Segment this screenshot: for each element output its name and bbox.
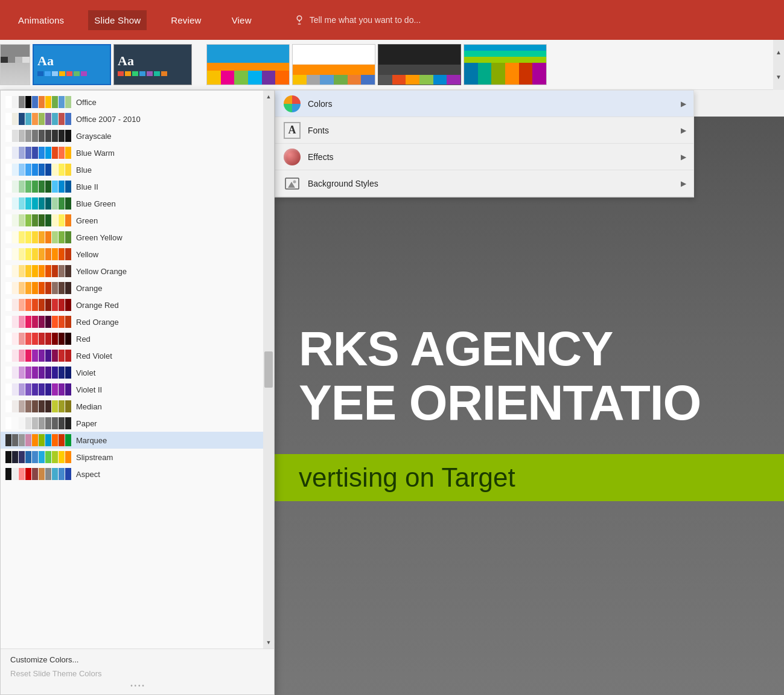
customize-colors-button[interactable]: Customize Colors... (7, 653, 268, 667)
tab-animations[interactable]: Animations (12, 10, 70, 30)
scroll-up-arrow[interactable]: ▲ (263, 91, 274, 103)
palette-item[interactable]: Violet II (1, 381, 263, 398)
swatch (32, 214, 38, 226)
swatch (39, 113, 45, 125)
palette-item[interactable]: Orange Red (1, 296, 263, 313)
theme-thumb-partial[interactable] (0, 44, 30, 85)
swatch (65, 299, 71, 311)
palette-item[interactable]: Red Orange (1, 313, 263, 330)
palette-item[interactable]: Slipstream (1, 449, 263, 466)
swatch (12, 248, 18, 260)
palette-item[interactable]: Orange (1, 280, 263, 296)
swatch (12, 231, 18, 243)
swatch (65, 265, 71, 277)
menu-colors-label: Colors (308, 99, 681, 109)
swatch (19, 214, 25, 226)
color-swatches (5, 181, 71, 193)
palette-item[interactable]: Yellow Orange (1, 263, 263, 280)
swatch (39, 130, 45, 142)
palette-item-name: Office (76, 98, 97, 107)
palette-item[interactable]: Violet (1, 364, 263, 381)
swatch (65, 282, 71, 294)
swatch (39, 451, 45, 463)
swatch (19, 113, 25, 125)
swatch (5, 468, 11, 480)
menu-item-effects[interactable]: Effects ▶ (275, 144, 693, 170)
theme-thumb-2[interactable] (292, 44, 375, 85)
swatch (52, 417, 58, 429)
swatch (32, 113, 38, 125)
scroll-thumb[interactable] (264, 351, 273, 388)
swatch (59, 367, 65, 379)
swatch (5, 181, 11, 193)
palette-item-name: Aspect (76, 470, 100, 479)
palette-item[interactable]: Red Violet (1, 347, 263, 364)
swatch (45, 400, 51, 412)
swatch (5, 383, 11, 396)
swatch (65, 197, 71, 210)
palette-item[interactable]: Office (1, 94, 263, 110)
palette-item[interactable]: Grayscale (1, 127, 263, 144)
palette-item[interactable]: Blue II (1, 178, 263, 195)
palette-item[interactable]: Blue (1, 161, 263, 178)
swatch (39, 333, 45, 345)
reset-colors-button[interactable]: Reset Slide Theme Colors (7, 667, 268, 681)
scroll-down-arrow[interactable]: ▼ (263, 636, 274, 649)
palette-item[interactable]: Blue Warm (1, 144, 263, 161)
theme-thumb-4[interactable] (464, 44, 547, 85)
swatch (52, 367, 58, 379)
tab-slideshow[interactable]: Slide Show (88, 10, 147, 30)
palette-item[interactable]: Marquee (1, 432, 263, 449)
theme-thumb-dark[interactable]: Aa (113, 44, 192, 85)
swatch (45, 197, 51, 210)
swatch (39, 299, 45, 311)
menu-item-background-styles[interactable]: Background Styles ▶ (275, 170, 693, 197)
palette-item[interactable]: Median (1, 398, 263, 415)
color-swatches (5, 316, 71, 328)
swatch (19, 147, 25, 159)
search-bar[interactable]: Tell me what you want to do... (294, 14, 421, 25)
palette-item[interactable]: Green (1, 212, 263, 229)
palette-item-name: Office 2007 - 2010 (76, 115, 141, 124)
swatch (39, 214, 45, 226)
palette-item[interactable]: Office 2007 - 2010 (1, 110, 263, 127)
tab-view[interactable]: View (226, 10, 258, 30)
swatch (59, 181, 65, 193)
palette-item[interactable]: Red (1, 330, 263, 347)
swatch (39, 367, 45, 379)
swatch (52, 96, 58, 108)
palette-item[interactable]: Paper (1, 415, 263, 432)
swatch (5, 130, 11, 142)
fonts-arrow-icon: ▶ (681, 126, 686, 135)
swatch (12, 417, 18, 429)
swatch (59, 316, 65, 328)
menu-item-colors[interactable]: Colors ▶ (275, 91, 693, 117)
swatch (59, 248, 65, 260)
menu-item-fonts[interactable]: A Fonts ▶ (275, 117, 693, 144)
swatch (45, 130, 51, 142)
swatch (52, 383, 58, 396)
swatch (25, 299, 31, 311)
palette-item[interactable]: Aspect (1, 466, 263, 482)
palette-item[interactable]: Green Yellow (1, 229, 263, 246)
swatch (19, 197, 25, 210)
swatch (45, 96, 51, 108)
theme-thumb-blue[interactable]: Aa (33, 44, 111, 85)
swatch (59, 468, 65, 480)
theme-thumb-1[interactable] (206, 44, 290, 85)
swatch (32, 96, 38, 108)
tab-review[interactable]: Review (165, 10, 207, 30)
theme-thumb-3[interactable] (378, 44, 461, 85)
color-swatches (5, 434, 71, 446)
swatch (39, 434, 45, 446)
slide-preview: RKS AGENCY YEE ORIENTATIO vertising on T… (275, 117, 784, 695)
palette-item[interactable]: Blue Green (1, 195, 263, 212)
palette-item-name: Red (76, 335, 91, 344)
swatch (12, 147, 18, 159)
swatch (45, 316, 51, 328)
palette-item[interactable]: Yellow (1, 246, 263, 263)
swatch (65, 164, 71, 176)
lightbulb-icon (294, 14, 305, 25)
swatch (59, 197, 65, 210)
slide-text-block: RKS AGENCY YEE ORIENTATIO (275, 310, 784, 442)
